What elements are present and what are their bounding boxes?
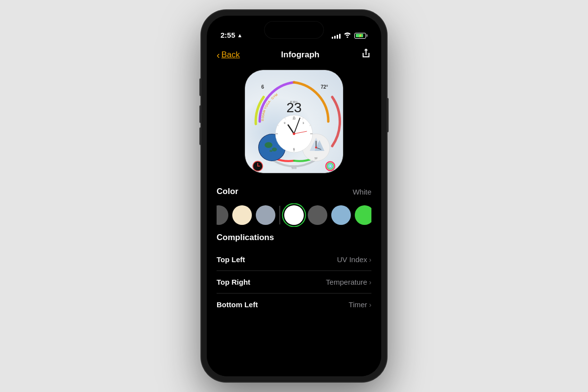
complication-top-left-text: UV Index xyxy=(337,255,368,264)
svg-text:12: 12 xyxy=(293,117,296,120)
svg-point-15 xyxy=(315,147,317,148)
color-swatch-dark-gray[interactable] xyxy=(308,205,327,225)
complication-bottom-left-value: Timer › xyxy=(349,300,371,309)
dynamic-island xyxy=(265,22,323,38)
svg-point-9 xyxy=(270,150,272,152)
svg-point-8 xyxy=(272,147,277,151)
watch-arcs-svg: 6 72° 8:00AM YOGA · GYM FRI xyxy=(245,70,343,173)
watch-face-inner: 6 72° 8:00AM YOGA · GYM FRI xyxy=(245,70,343,173)
battery-icon: ⚡ xyxy=(354,33,368,39)
svg-text:500: 500 xyxy=(292,167,297,170)
color-swatch-cream[interactable] xyxy=(232,205,252,225)
status-time: 2:55 ▲ xyxy=(220,31,243,39)
svg-text:SF: SF xyxy=(315,157,318,160)
complication-top-right-value: Temperature › xyxy=(326,278,371,286)
complication-bottom-left-label: Bottom Left xyxy=(217,300,258,309)
status-right: ⚡ xyxy=(332,32,368,39)
back-button[interactable]: ‹ Back xyxy=(217,50,240,60)
svg-text:72°: 72° xyxy=(320,84,328,90)
color-swatch-white[interactable] xyxy=(284,205,304,225)
color-selected-value: White xyxy=(353,188,371,196)
chevron-right-icon-2: › xyxy=(369,278,371,286)
color-swatch-light-blue[interactable] xyxy=(331,205,351,225)
color-divider xyxy=(279,206,280,224)
watch-face-preview: 6 72° 8:00AM YOGA · GYM FRI xyxy=(207,65,381,183)
signal-bars xyxy=(332,33,341,39)
chevron-right-icon-3: › xyxy=(369,301,371,309)
complication-row-bottom-left[interactable]: Bottom Left Timer › xyxy=(217,294,371,316)
complication-top-right-text: Temperature xyxy=(326,278,367,286)
page-title: Infograph xyxy=(281,50,319,60)
complication-top-right-label: Top Right xyxy=(217,278,250,286)
complication-top-left-value: UV Index › xyxy=(337,255,371,264)
svg-text:6: 6 xyxy=(261,84,264,90)
wifi-icon xyxy=(343,32,351,39)
phone-screen: 2:55 ▲ ⚡ xyxy=(207,16,381,376)
svg-text:23: 23 xyxy=(286,100,301,115)
complication-row-top-left[interactable]: Top Left UV Index › xyxy=(217,248,371,271)
chevron-right-icon: › xyxy=(369,256,371,264)
svg-point-33 xyxy=(293,133,295,135)
color-swatch-gray-blue[interactable] xyxy=(256,205,275,225)
signal-bar-1 xyxy=(332,37,333,39)
complication-top-left-label: Top Left xyxy=(217,255,245,264)
complications-title: Complications xyxy=(217,233,371,243)
back-chevron-icon: ‹ xyxy=(217,50,220,60)
signal-bar-2 xyxy=(334,36,336,39)
svg-point-39 xyxy=(329,165,332,168)
time-display: 2:55 xyxy=(220,31,235,39)
complication-row-top-right[interactable]: Top Right Temperature › xyxy=(217,271,371,294)
moon-phase-swatch[interactable] xyxy=(217,205,228,225)
color-section-header: Color White xyxy=(217,187,371,196)
signal-bar-4 xyxy=(339,34,341,39)
svg-point-7 xyxy=(265,142,272,148)
location-arrow-icon: ▲ xyxy=(237,32,243,38)
color-picker xyxy=(217,203,371,227)
watch-face: 6 72° 8:00AM YOGA · GYM FRI xyxy=(245,70,343,173)
navigation-bar: ‹ Back Infograph xyxy=(207,42,381,65)
share-button[interactable] xyxy=(361,48,371,61)
main-content: ‹ Back Infograph xyxy=(207,42,381,376)
color-swatch-green[interactable] xyxy=(355,205,372,225)
color-section: Color White xyxy=(207,183,381,233)
color-label: Color xyxy=(217,187,238,196)
back-label[interactable]: Back xyxy=(221,50,240,60)
signal-bar-3 xyxy=(337,35,338,39)
complication-bottom-left-text: Timer xyxy=(349,300,368,309)
complications-section: Complications Top Left UV Index › Top Ri… xyxy=(207,233,381,316)
phone-frame: 2:55 ▲ ⚡ xyxy=(201,10,387,382)
